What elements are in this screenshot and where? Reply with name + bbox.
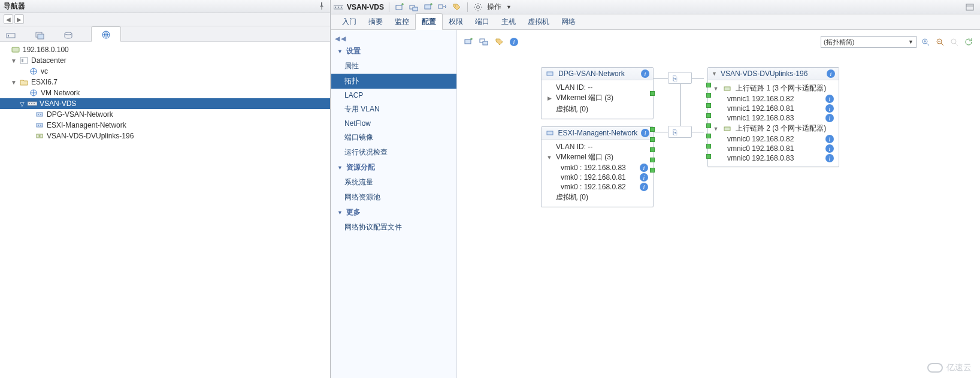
tree-esxi-folder[interactable]: ▼ ESXI6.7 <box>0 77 330 87</box>
portgroup-card-esxi-mgmt[interactable]: ESXI-Managent-Network i VLAN ID: -- ▼VMk… <box>541 126 654 207</box>
actions-label[interactable]: 操作 <box>487 2 501 12</box>
tab-summary[interactable]: 摘要 <box>362 14 389 29</box>
zoom-in-icon[interactable] <box>920 37 931 47</box>
portgroup-card-dpg[interactable]: DPG-VSAN-Network i VLAN ID: -- ▶VMkernel… <box>541 67 654 119</box>
uplinks-card[interactable]: ▼ VSAN-VDS-DVUplinks-196 i ▼上行链路 1 (3 个网… <box>707 67 839 167</box>
hosts-clusters-tab-icon[interactable] <box>5 29 17 41</box>
info-icon[interactable]: i <box>825 154 834 162</box>
vmk-item[interactable]: vmk0 : 192.168.0.82 <box>556 183 636 191</box>
tab-getting-started[interactable]: 入门 <box>336 14 362 29</box>
side-item-net-protocol-profiles[interactable]: 网络协议配置文件 <box>331 220 456 235</box>
vmnic-item[interactable]: vmnic0 192.168.0.83 <box>722 154 822 162</box>
tree-vsan-vds[interactable]: ▽ VSAN-VDS <box>0 98 330 109</box>
tab-monitor[interactable]: 监控 <box>389 14 415 29</box>
info-icon[interactable]: i <box>640 183 648 191</box>
new-portgroup-icon[interactable] <box>463 37 474 47</box>
new-portgroup-icon[interactable] <box>423 2 434 13</box>
tree-dvuplinks[interactable]: VSAN-VDS-DVUplinks-196 <box>0 131 330 141</box>
expand-panel-icon[interactable] <box>964 2 975 13</box>
actions-gear-icon[interactable] <box>473 2 483 13</box>
vmk-item[interactable]: vmk0 : 192.168.0.81 <box>556 173 636 182</box>
vms-templates-tab-icon[interactable] <box>34 29 46 41</box>
vms-label[interactable]: 虚拟机 (0) <box>556 104 648 114</box>
side-item-health-check[interactable]: 运行状况检查 <box>331 145 456 160</box>
history-forward-button[interactable]: ▶ <box>14 14 24 24</box>
vmnic-item[interactable]: vmnic1 192.168.0.83 <box>722 114 822 122</box>
side-item-lacp[interactable]: LACP <box>331 89 456 102</box>
vms-label[interactable]: 虚拟机 (0) <box>556 192 648 202</box>
twisty-icon[interactable]: ▼ <box>11 58 17 64</box>
tree-esxi-mgmt[interactable]: ESXI-Managent-Network <box>0 120 330 131</box>
info-icon[interactable]: i <box>641 69 649 78</box>
info-icon[interactable]: i <box>825 104 834 113</box>
pin-icon[interactable] <box>318 2 326 11</box>
side-item-netflow[interactable]: NetFlow <box>331 117 456 130</box>
vmnic-item[interactable]: vmnic1 192.168.0.81 <box>722 104 822 113</box>
side-item-system-traffic[interactable]: 系统流量 <box>331 175 456 190</box>
tree-dpg-vsan[interactable]: DPG-VSAN-Network <box>0 109 330 120</box>
twisty-icon[interactable]: ▽ <box>19 101 25 107</box>
refresh-icon[interactable] <box>963 37 974 47</box>
info-icon[interactable]: i <box>510 38 518 46</box>
zoom-reset-icon[interactable] <box>949 37 960 47</box>
twisty-icon[interactable]: ▼ <box>11 79 17 86</box>
tab-configure[interactable]: 配置 <box>415 13 443 30</box>
migrate-vm-icon[interactable] <box>437 2 448 13</box>
side-item-private-vlan[interactable]: 专用 VLAN <box>331 102 456 117</box>
chevron-down-icon[interactable]: ▼ <box>712 71 717 77</box>
chevron-down-icon[interactable]: ▼ <box>713 86 719 92</box>
content-panel: VSAN-VDS 操作 ▼ 入门 摘要 监控 配置 权限 端口 主机 虚拟机 网… <box>331 0 980 378</box>
card-title: ESXI-Managent-Network <box>558 129 638 137</box>
collapse-handle-icon[interactable]: ◀◀ <box>331 34 456 44</box>
add-host-icon[interactable] <box>394 2 405 13</box>
tree-datacenter[interactable]: ▼ Datacenter <box>0 55 330 66</box>
uplink-icon <box>722 84 732 93</box>
tab-vms[interactable]: 虚拟机 <box>522 14 555 29</box>
chevron-down-icon[interactable]: ▼ <box>546 155 552 161</box>
tab-networks[interactable]: 网络 <box>555 14 582 29</box>
info-icon[interactable]: i <box>825 114 834 122</box>
side-group-settings[interactable]: ▼设置 <box>331 44 456 59</box>
info-icon[interactable]: i <box>825 95 834 103</box>
vmnic-item[interactable]: vmnic1 192.168.0.82 <box>722 95 822 103</box>
migrate-vm-networking-icon[interactable] <box>494 37 505 47</box>
uplink-lag-label[interactable]: 上行链路 2 (3 个网卡适配器) <box>736 123 834 134</box>
info-icon[interactable]: i <box>641 129 649 137</box>
manage-portgroups-icon[interactable] <box>479 37 489 47</box>
side-group-more[interactable]: ▼更多 <box>331 205 456 220</box>
tab-ports[interactable]: 端口 <box>469 14 495 29</box>
side-item-properties[interactable]: 属性 <box>331 59 456 74</box>
vmkernel-ports-label[interactable]: VMkernel 端口 (3) <box>556 152 648 162</box>
info-icon[interactable]: i <box>640 173 648 182</box>
chevron-right-icon[interactable]: ▶ <box>546 95 552 101</box>
svg-point-4 <box>65 32 72 35</box>
side-group-resource[interactable]: ▼资源分配 <box>331 160 456 175</box>
tree-root-vcenter[interactable]: 192.168.0.100 <box>0 44 330 55</box>
info-icon[interactable]: i <box>825 144 834 153</box>
tag-icon[interactable] <box>452 2 462 13</box>
vmnic-item[interactable]: vmnic0 192.168.0.81 <box>722 144 822 153</box>
chevron-down-icon[interactable]: ▼ <box>506 4 512 10</box>
info-icon[interactable]: i <box>827 69 835 78</box>
tab-hosts[interactable]: 主机 <box>495 14 522 29</box>
info-icon[interactable]: i <box>825 135 834 143</box>
storage-tab-icon[interactable] <box>62 29 74 41</box>
vmkernel-ports-label[interactable]: VMkernel 端口 (3) <box>556 93 648 103</box>
tab-permissions[interactable]: 权限 <box>443 14 469 29</box>
manage-hosts-icon[interactable] <box>409 2 419 13</box>
chevron-down-icon[interactable]: ▼ <box>713 126 719 132</box>
networking-tab-active[interactable] <box>91 26 121 42</box>
info-icon[interactable]: i <box>640 164 648 172</box>
tree-vc-network[interactable]: vc <box>0 66 330 77</box>
side-item-port-mirror[interactable]: 端口镜像 <box>331 130 456 145</box>
topology-filter-select[interactable]: (拓扑精简) ▼ <box>821 36 917 48</box>
vmk-item[interactable]: vmk0 : 192.168.0.83 <box>556 164 636 172</box>
inventory-tree[interactable]: 192.168.0.100 ▼ Datacenter vc ▼ ESXI6.7 … <box>0 42 330 378</box>
tree-vm-network[interactable]: VM Network <box>0 87 330 98</box>
history-back-button[interactable]: ◀ <box>4 14 13 24</box>
vmnic-item[interactable]: vmnic0 192.168.0.82 <box>722 135 822 143</box>
side-item-resource-pools[interactable]: 网络资源池 <box>331 190 456 205</box>
side-item-topology[interactable]: 拓扑 <box>331 74 456 89</box>
uplink-lag-label[interactable]: 上行链路 1 (3 个网卡适配器) <box>736 83 834 93</box>
zoom-out-icon[interactable] <box>934 37 945 47</box>
